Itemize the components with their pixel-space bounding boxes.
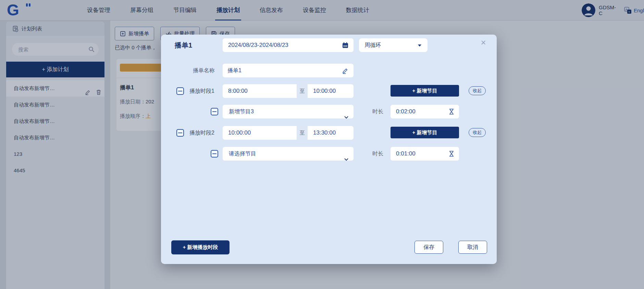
remove-program-icon[interactable] xyxy=(211,150,218,158)
repeat-mode-select[interactable]: 周循环 xyxy=(359,38,428,52)
program-select-value: 请选择节目 xyxy=(229,151,256,156)
end-time-input[interactable] xyxy=(308,84,354,98)
caret-down-icon xyxy=(418,45,421,47)
playlist-name-row: 播单名称 xyxy=(161,64,497,77)
calendar-icon[interactable] xyxy=(342,42,349,50)
time-slot-label: 播放时段2 xyxy=(189,126,214,140)
duration-label: 时长 xyxy=(372,147,383,161)
end-time-input[interactable] xyxy=(308,126,354,140)
duration-label: 时长 xyxy=(372,105,383,118)
hourglass-icon[interactable] xyxy=(449,151,454,158)
chevron-down-icon xyxy=(344,110,349,124)
program-row: 新增节目3 时长 xyxy=(161,105,497,118)
start-time-input[interactable] xyxy=(223,126,297,140)
add-program-button[interactable]: + 新增节目 xyxy=(391,85,459,97)
add-time-slot-button[interactable]: + 新增播放时段 xyxy=(171,240,230,254)
save-button[interactable]: 保存 xyxy=(414,241,443,254)
repeat-mode-value: 周循环 xyxy=(364,42,381,48)
program-select[interactable]: 新增节目3 xyxy=(223,105,354,118)
date-range-input[interactable] xyxy=(223,38,354,52)
edit-pencil-icon[interactable] xyxy=(342,67,349,75)
playlist-edit-modal: 播单1 周循环 × 播单名称 xyxy=(161,35,497,264)
hourglass-icon[interactable] xyxy=(449,109,454,116)
collapse-button[interactable]: 收起 xyxy=(469,86,486,95)
remove-section-icon[interactable] xyxy=(176,129,184,137)
start-time-input[interactable] xyxy=(223,84,297,98)
app-screen: G 设备管理 屏幕分组 节目编辑 播放计划 信息发布 设备监控 数据统计 GDS… xyxy=(0,0,644,289)
time-separator: 至 xyxy=(297,126,308,140)
time-slot-row: 播放时段2 至 + 新增节目 收起 xyxy=(161,126,497,140)
cancel-button[interactable]: 取消 xyxy=(458,241,487,254)
remove-section-icon[interactable] xyxy=(176,87,184,95)
playlist-name-input[interactable] xyxy=(223,64,354,77)
collapse-button[interactable]: 收起 xyxy=(469,128,486,137)
program-select[interactable]: 请选择节目 xyxy=(223,147,354,161)
program-row: 请选择节目 时长 xyxy=(161,147,497,161)
time-slot-label: 播放时段1 xyxy=(189,84,214,98)
add-program-button[interactable]: + 新增节目 xyxy=(391,127,459,138)
chevron-down-icon xyxy=(344,152,349,166)
modal-title: 播单1 xyxy=(175,41,192,50)
close-icon[interactable]: × xyxy=(479,38,488,47)
program-select-value: 新增节目3 xyxy=(229,109,254,114)
remove-program-icon[interactable] xyxy=(211,108,218,115)
time-separator: 至 xyxy=(297,84,308,98)
time-slot-row: 播放时段1 至 + 新增节目 收起 xyxy=(161,84,497,98)
playlist-name-label: 播单名称 xyxy=(193,64,215,77)
